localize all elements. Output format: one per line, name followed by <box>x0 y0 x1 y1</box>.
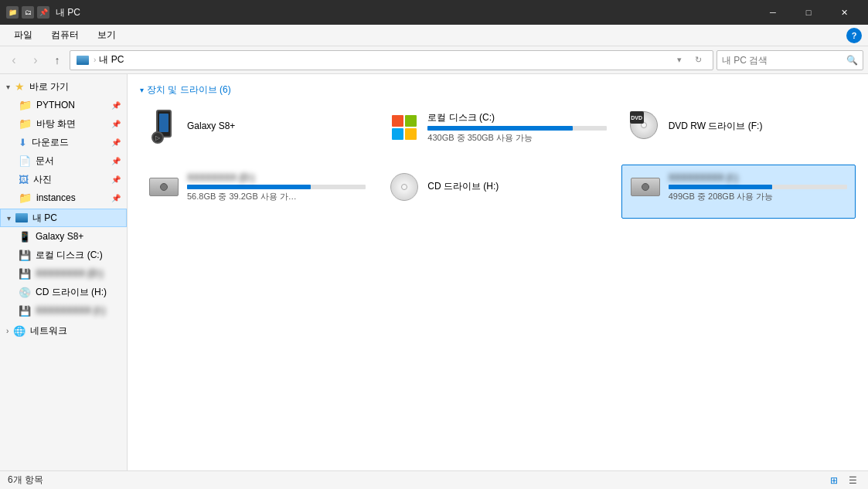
download-icon: ⬇ <box>19 137 27 148</box>
minimize-button[interactable]: ─ <box>755 0 791 25</box>
search-input[interactable] <box>722 55 843 66</box>
my-pc-section: ▾ 내 PC 📱 Galaxy S8+ 💾 로컬 디스크 (C:) 💾 XXXX… <box>0 209 127 320</box>
cd-icon-h: 💿 <box>19 287 31 298</box>
drive-top-i: XXXXXXXXX (I:) 499GB 중 208GB 사용 가능 <box>630 171 847 202</box>
drive-bar-container-i <box>669 185 847 189</box>
sidebar-item-phone[interactable]: 📱 Galaxy S8+ <box>0 227 127 246</box>
statusbar: 6개 항목 ⊞ ☰ <box>0 470 868 489</box>
chevron-icon-pc: ▾ <box>7 214 11 222</box>
sidebar-item-i-drive[interactable]: 💾 XXXXXXXXX (I:) <box>0 301 127 320</box>
photo-icon: 🖼 <box>19 174 29 185</box>
drive-info-phone: Galaxy S8+ <box>187 121 366 133</box>
pc-icon <box>15 213 28 222</box>
sidebar-item-desktop[interactable]: 📁 바탕 화면 📌 <box>0 114 127 133</box>
sidebar-item-network[interactable]: › 🌐 네트워크 <box>0 321 127 340</box>
star-icon: ★ <box>15 80 25 93</box>
drive-size-i: 499GB 중 208GB 사용 가능 <box>669 191 847 202</box>
address-pc-icon <box>77 56 89 65</box>
pin-icon-instances: 📌 <box>111 194 121 202</box>
folder-icon: 📁 <box>19 99 32 111</box>
section-label: 장치 및 드라이브 (6) <box>147 83 231 97</box>
win-tile-green <box>405 115 417 127</box>
menu-computer[interactable]: 컴퓨터 <box>43 26 87 44</box>
sidebar-item-cd-drive[interactable]: 💿 CD 드라이브 (H:) <box>0 283 127 301</box>
drive-item-dvd[interactable]: DVD DVD RW 드라이브 (F:) <box>621 104 856 158</box>
up-button[interactable]: ↑ <box>48 51 66 70</box>
sidebar-item-documents[interactable]: 📄 문서 📌 <box>0 151 127 170</box>
drive-item-c[interactable]: 로컬 디스크 (C:) 430GB 중 350GB 사용 가능 <box>380 104 614 158</box>
close-button[interactable]: ✕ <box>826 0 862 25</box>
app-icon-file: 📁 <box>6 6 19 19</box>
forward-button[interactable]: › <box>26 51 45 70</box>
usb-icon-i: 💾 <box>19 305 31 317</box>
drive-top-dvd: DVD DVD RW 드라이브 (F:) <box>630 111 847 142</box>
drive-info-cd: CD 드라이브 (H:) <box>427 180 606 195</box>
pin-icon-docs: 📌 <box>111 157 121 165</box>
drive-icon-cd <box>389 171 420 202</box>
app-icon-folder: 🗂 <box>22 6 34 19</box>
drive-top-d: XXXXXXXX (D:) 56.8GB 중 39.2GB 사용 가… <box>148 171 366 202</box>
drive-bar-d <box>187 185 311 189</box>
drive-info-d: XXXXXXXX (D:) 56.8GB 중 39.2GB 사용 가… <box>187 172 366 202</box>
sidebar-item-downloads[interactable]: ⬇ 다운로드 📌 <box>0 133 127 151</box>
sidebar-item-photos[interactable]: 🖼 사진 📌 <box>0 170 127 188</box>
drive-icon-phone: ▷ <box>148 111 179 142</box>
win-tile-red <box>392 115 403 127</box>
hdd-icon-d: 💾 <box>19 268 31 280</box>
drive-item-d[interactable]: XXXXXXXX (D:) 56.8GB 중 39.2GB 사용 가… <box>140 165 374 219</box>
drive-name-i: XXXXXXXXX (I:) <box>669 172 847 183</box>
address-bar[interactable]: › 내 PC ▾ ↻ <box>70 50 713 70</box>
drive-icon-c <box>389 112 420 143</box>
quick-access-label: 바로 가기 <box>29 80 121 93</box>
doc-icon: 📄 <box>19 155 31 167</box>
drive-info-c: 로컬 디스크 (C:) 430GB 중 350GB 사용 가능 <box>427 111 606 144</box>
pin-icon-photos: 📌 <box>111 175 121 184</box>
address-refresh-button[interactable]: ↻ <box>689 52 706 69</box>
drive-top-c: 로컬 디스크 (C:) 430GB 중 350GB 사용 가능 <box>389 111 606 144</box>
sidebar-item-c-drive[interactable]: 💾 로컬 디스크 (C:) <box>0 246 127 264</box>
sidebar-item-d-drive[interactable]: 💾 XXXXXXXX (D:) <box>0 264 127 283</box>
address-dropdown-button[interactable]: ▾ <box>671 52 688 69</box>
phone-icon: 📱 <box>19 231 31 243</box>
drive-name-dvd: DVD RW 드라이브 (F:) <box>669 120 847 133</box>
app-icon-pin: 📌 <box>37 6 49 19</box>
grid-view-button[interactable]: ⊞ <box>826 473 842 488</box>
drive-item-cd[interactable]: CD 드라이브 (H:) <box>380 165 614 219</box>
quick-access-header[interactable]: ▾ ★ 바로 가기 <box>0 77 127 96</box>
maximize-button[interactable]: □ <box>791 0 826 25</box>
sidebar-item-python[interactable]: 📁 PYTHON 📌 <box>0 96 127 114</box>
list-view-button[interactable]: ☰ <box>845 473 860 488</box>
drive-name-d: XXXXXXXX (D:) <box>187 172 366 183</box>
drive-icon-d <box>148 171 179 202</box>
drive-name-c: 로컬 디스크 (C:) <box>427 111 606 124</box>
drive-info-i: XXXXXXXXX (I:) 499GB 중 208GB 사용 가능 <box>669 172 847 202</box>
chevron-icon: ▾ <box>6 83 10 91</box>
address-bar-controls: ▾ ↻ <box>671 52 706 69</box>
drive-icon-dvd: DVD <box>630 111 661 142</box>
drive-item-phone[interactable]: ▷ Galaxy S8+ <box>140 104 374 158</box>
content-area: ▾ 장치 및 드라이브 (6) ▷ Galaxy S8 <box>128 74 868 470</box>
items-count: 6개 항목 <box>8 474 43 487</box>
folder-icon-instances: 📁 <box>19 192 32 204</box>
sidebar-item-my-pc[interactable]: ▾ 내 PC <box>0 209 127 227</box>
drive-bar-i <box>669 185 772 189</box>
help-icon[interactable]: ? <box>846 28 862 43</box>
menu-file[interactable]: 파일 <box>6 26 40 44</box>
drive-name-phone: Galaxy S8+ <box>187 121 366 131</box>
drive-size-c: 430GB 중 350GB 사용 가능 <box>427 132 606 144</box>
main-layout: ▾ ★ 바로 가기 📁 PYTHON 📌 📁 바탕 화면 📌 ⬇ 다운로드 📌 … <box>0 74 868 470</box>
menu-view[interactable]: 보기 <box>90 26 124 44</box>
back-button[interactable]: ‹ <box>5 51 23 70</box>
network-icon: 🌐 <box>13 325 26 337</box>
chevron-icon-network: › <box>6 327 9 335</box>
drive-item-i[interactable]: XXXXXXXXX (I:) 499GB 중 208GB 사용 가능 <box>621 165 856 219</box>
address-breadcrumb: › 내 PC <box>94 53 124 66</box>
search-box[interactable]: 🔍 <box>717 50 863 70</box>
sidebar-item-instances[interactable]: 📁 instances 📌 <box>0 188 127 207</box>
drive-top-phone: ▷ Galaxy S8+ <box>148 111 366 142</box>
menubar: 파일 컴퓨터 보기 ? <box>0 25 868 46</box>
hdd-icon-c: 💾 <box>19 250 31 261</box>
titlebar-app-icons: 📁 🗂 📌 <box>6 6 49 19</box>
win-tile-yellow <box>405 128 417 140</box>
drive-top-cd: CD 드라이브 (H:) <box>389 171 606 202</box>
